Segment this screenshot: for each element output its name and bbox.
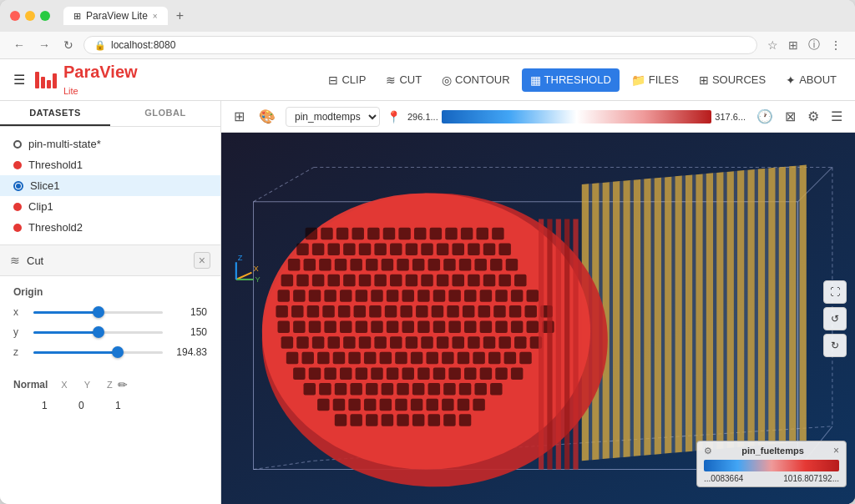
dataset-list: pin-multi-state* Threshold1 Slice1 [0, 127, 220, 244]
close-window-button[interactable] [10, 11, 20, 21]
threshold-nav-button[interactable]: ▦ THRESHOLD [522, 68, 620, 92]
menu-dots-button[interactable]: ☰ [827, 107, 847, 126]
svg-rect-41 [661, 177, 665, 454]
svg-rect-30 [768, 168, 775, 445]
svg-rect-235 [411, 399, 422, 411]
svg-rect-88 [350, 259, 362, 270]
svg-rect-151 [293, 321, 305, 333]
canvas-area[interactable]: X Y Z ⛶ ↺ ↻ [221, 133, 855, 504]
svg-rect-83 [498, 243, 510, 255]
svg-rect-127 [464, 290, 476, 301]
address-bar[interactable]: 🔒 localhost:8080 [83, 36, 757, 54]
refresh-button[interactable]: ↻ [60, 37, 77, 53]
svg-rect-79 [437, 243, 448, 255]
list-item[interactable]: Clip1 [0, 196, 220, 217]
svg-rect-208 [402, 367, 414, 379]
z-slider-track[interactable] [33, 351, 163, 354]
normal-edit-button[interactable]: ✏ [113, 376, 133, 393]
legend-gear-icon[interactable]: ⚙ [704, 446, 712, 456]
color-palette-button[interactable]: 🎨 [255, 107, 279, 126]
new-tab-button[interactable]: + [171, 7, 189, 25]
app-body: DATASETS GLOBAL pin-multi-state* Thresho… [0, 101, 855, 504]
filter-cut-icon: ≋ [10, 254, 20, 267]
traffic-lights [10, 11, 50, 21]
browser-tab[interactable]: ⊞ ParaView Lite × [63, 7, 168, 25]
x-slider-thumb[interactable] [93, 306, 104, 318]
minimize-window-button[interactable] [25, 11, 35, 21]
svg-rect-176 [406, 336, 417, 348]
files-icon: 📁 [631, 73, 645, 87]
legend-header: ⚙ pin_fueltemps × [704, 445, 839, 456]
svg-rect-20 [665, 177, 671, 454]
hamburger-menu-button[interactable]: ☰ [10, 68, 28, 91]
svg-rect-177 [421, 336, 433, 348]
sources-nav-button[interactable]: ⊞ SOURCES [691, 68, 774, 92]
forward-button[interactable]: → [35, 37, 53, 53]
list-item[interactable]: Threshold1 [0, 154, 220, 175]
browser-menu-button[interactable]: ⋮ [827, 36, 845, 54]
screenshot-button[interactable]: ⊠ [781, 107, 800, 126]
svg-rect-64 [414, 228, 426, 239]
svg-rect-253 [573, 219, 578, 469]
settings-button[interactable]: ⚙ [803, 107, 823, 126]
browser-info-button[interactable]: ⓘ [805, 36, 823, 54]
contour-icon: ◎ [442, 73, 452, 87]
maximize-window-button[interactable] [40, 11, 50, 21]
files-nav-button[interactable]: 📁 FILES [623, 68, 687, 92]
svg-rect-178 [437, 336, 448, 348]
svg-rect-44 [692, 174, 696, 451]
svg-rect-118 [324, 290, 336, 301]
history-button[interactable]: 🕐 [752, 107, 777, 126]
svg-rect-238 [458, 399, 469, 411]
clip-nav-button[interactable]: ⊟ CLIP [320, 68, 374, 92]
tab-global[interactable]: GLOBAL [110, 101, 220, 126]
y-slider-thumb[interactable] [93, 326, 104, 338]
grid-view-button[interactable]: ⊞ [230, 107, 249, 126]
svg-rect-133 [291, 305, 303, 317]
x-slider-value: 150 [169, 306, 207, 318]
svg-rect-179 [453, 336, 464, 348]
x-slider-fill [33, 311, 99, 314]
svg-rect-202 [309, 367, 321, 379]
x-slider-track[interactable] [33, 311, 163, 314]
star-button[interactable]: ☆ [764, 36, 782, 54]
tab-close-button[interactable]: × [153, 12, 158, 21]
about-nav-button[interactable]: ✦ ABOUT [777, 68, 845, 92]
dataset-dropdown[interactable]: pin_modtemps [286, 107, 380, 127]
legend-close-button[interactable]: × [833, 445, 839, 456]
svg-rect-91 [397, 259, 408, 270]
logo-paraview-text: ParaView [63, 63, 138, 80]
svg-rect-246 [428, 414, 440, 426]
svg-text:X: X [254, 265, 259, 273]
z-slider-fill [33, 351, 118, 354]
list-item[interactable]: pin-multi-state* [0, 134, 220, 154]
cut-nav-button[interactable]: ≋ CUT [377, 68, 430, 92]
y-slider-track[interactable] [33, 331, 163, 334]
3d-canvas[interactable]: X Y Z ⛶ ↺ ↻ [221, 133, 855, 504]
reset-view-button[interactable]: ↺ [823, 307, 847, 330]
svg-rect-170 [312, 336, 324, 348]
svg-rect-174 [374, 336, 386, 348]
svg-rect-228 [490, 383, 502, 395]
logo-lite-text: Lite [63, 87, 138, 96]
rotate-view-button[interactable]: ↻ [823, 334, 847, 357]
svg-rect-150 [277, 321, 289, 333]
list-item[interactable]: Threshold2 [0, 217, 220, 238]
tab-datasets[interactable]: DATASETS [0, 101, 110, 126]
list-item-selected[interactable]: Slice1 [0, 175, 220, 196]
filter-delete-button[interactable]: × [194, 252, 210, 269]
z-slider-value: 194.83 [169, 346, 207, 358]
extensions-button[interactable]: ⊞ [785, 36, 802, 54]
normal-label: Normal [13, 379, 48, 391]
back-button[interactable]: ← [10, 37, 28, 53]
contour-nav-button[interactable]: ◎ CONTOUR [433, 68, 518, 92]
app: ☰ ParaView Lite ⊟ CLIP [0, 59, 855, 504]
z-slider-thumb[interactable] [112, 346, 124, 358]
about-icon: ✦ [786, 73, 796, 87]
svg-rect-205 [356, 367, 367, 379]
svg-text:Y: Y [255, 275, 261, 284]
svg-rect-96 [474, 259, 486, 270]
svg-rect-196 [458, 352, 469, 364]
zoom-fit-button[interactable]: ⛶ [823, 280, 847, 304]
dataset-name: Clip1 [28, 200, 53, 213]
